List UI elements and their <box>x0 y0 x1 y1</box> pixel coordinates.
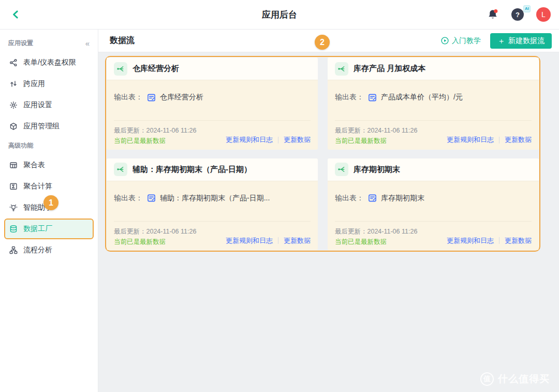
cube-icon <box>9 122 18 130</box>
link-divider <box>278 137 278 143</box>
content-area: 仓库经营分析 输出表： 仓库经营分析 最后更新：2024- <box>98 52 559 392</box>
link-divider <box>499 137 499 143</box>
update-data-link[interactable]: 更新数据 <box>284 236 311 245</box>
last-update-line: 最后更新：2024-11-06 11:26 <box>114 226 196 237</box>
output-label: 输出表： <box>335 93 364 102</box>
output-table-name[interactable]: 产品成本单价（平均）/元 <box>381 93 463 102</box>
back-button[interactable] <box>8 7 24 22</box>
output-table-name[interactable]: 仓库经营分析 <box>160 93 203 102</box>
sidebar-item-label: 应用设置 <box>23 100 52 110</box>
update-data-link[interactable]: 更新数据 <box>505 236 532 245</box>
link-divider <box>278 237 278 244</box>
update-rules-log-link[interactable]: 更新规则和日志 <box>226 236 273 245</box>
sidebar: 应用设置 « 表单/仪表盘权限 跨应用 应用设置 <box>0 30 98 392</box>
card-body: 输出表： 仓库经营分析 最后更新：2024-11-06 11:26 当前已是最新… <box>107 80 318 150</box>
header-actions: 入门教学 ＋ 新建数据流 <box>441 33 552 49</box>
form-table-icon <box>147 93 156 102</box>
output-label: 输出表： <box>114 93 143 102</box>
output-label: 输出表： <box>114 194 143 203</box>
output-table-name[interactable]: 辅助：库存期初期末（产品-日期... <box>160 194 270 203</box>
swap-arrows-icon <box>9 80 18 88</box>
update-data-link[interactable]: 更新数据 <box>284 135 311 144</box>
last-update-time: 2024-11-06 11:26 <box>367 228 418 235</box>
card-title: 辅助：库存期初期末（产品-日期） <box>133 165 252 175</box>
avatar-initial: L <box>541 10 546 19</box>
dataflow-card[interactable]: 仓库经营分析 输出表： 仓库经营分析 最后更新：2024- <box>107 57 318 150</box>
share-icon <box>9 59 18 67</box>
help-button[interactable]: ? AI <box>511 8 524 21</box>
tutorial-link[interactable]: 入门教学 <box>441 36 481 46</box>
sidebar-item-form-dashboard-permissions[interactable]: 表单/仪表盘权限 <box>4 52 94 73</box>
sidebar-item-label: 流程分析 <box>23 245 52 255</box>
last-update-label: 最后更新： <box>335 228 367 235</box>
sidebar-item-app-management-group[interactable]: 应用管理组 <box>4 116 94 137</box>
annotation-step-2: 2 <box>315 35 330 50</box>
output-label: 输出表： <box>335 194 364 203</box>
last-update-time: 2024-11-06 11:26 <box>146 127 197 134</box>
annotation-step-1: 1 <box>43 195 58 210</box>
last-update-line: 最后更新：2024-11-06 11:26 <box>335 125 417 136</box>
tutorial-label: 入门教学 <box>452 36 481 46</box>
sidebar-item-aggregate-table[interactable]: 聚合表 <box>4 155 94 176</box>
output-row: 输出表： 产品成本单价（平均）/元 <box>335 93 532 102</box>
last-update-line: 最后更新：2024-11-06 11:26 <box>114 125 196 136</box>
form-table-icon <box>147 194 156 202</box>
update-rules-log-link[interactable]: 更新规则和日志 <box>226 135 273 144</box>
status-text: 当前已是最新数据 <box>114 136 196 146</box>
sidebar-item-process-analysis[interactable]: 流程分析 <box>4 240 94 260</box>
sidebar-section-advanced: 高级功能 <box>0 137 98 154</box>
output-row: 输出表： 仓库经营分析 <box>114 93 311 102</box>
sidebar-item-app-settings[interactable]: 应用设置 <box>4 95 94 115</box>
topbar: 应用后台 ? AI L <box>0 0 559 30</box>
sidebar-item-aggregate-calc[interactable]: 聚合计算 <box>4 176 94 197</box>
new-dataflow-button[interactable]: ＋ 新建数据流 <box>490 33 552 49</box>
update-rules-log-link[interactable]: 更新规则和日志 <box>447 236 494 245</box>
sidebar-item-cross-app[interactable]: 跨应用 <box>4 74 94 94</box>
last-update-time: 2024-11-06 11:26 <box>367 127 418 134</box>
page-title: 数据流 <box>110 35 135 46</box>
card-body: 输出表： 库存期初期末 最后更新：2024-11-06 11:26 当前已是最新… <box>328 181 539 251</box>
card-footer: 最后更新：2024-11-06 11:26 当前已是最新数据 更新规则和日志 更… <box>335 222 532 247</box>
card-title: 库存期初期末 <box>354 165 400 175</box>
link-divider <box>499 237 499 244</box>
notification-bell-button[interactable] <box>487 8 499 21</box>
card-body: 输出表： 产品成本单价（平均）/元 最后更新：2024-11-06 11:26 … <box>328 80 539 150</box>
dataflow-card[interactable]: 库存产品 月加权成本 输出表： 产品成本单价（平均）/元 <box>328 57 539 150</box>
topbar-actions: ? AI L <box>487 7 551 22</box>
watermark-badge: 值 <box>480 372 494 386</box>
card-links: 更新规则和日志 更新数据 <box>226 236 311 247</box>
sidebar-item-label: 聚合表 <box>23 161 45 170</box>
play-circle-icon <box>441 37 449 45</box>
dataflow-icon <box>114 62 127 76</box>
update-data-link[interactable]: 更新数据 <box>505 135 532 144</box>
card-meta: 最后更新：2024-11-06 11:26 当前已是最新数据 <box>114 226 196 247</box>
dataflow-icon <box>335 163 348 176</box>
dataflow-icon <box>114 163 127 176</box>
sidebar-collapse-icon[interactable]: « <box>85 39 90 47</box>
bell-icon <box>487 8 499 21</box>
sidebar-item-label: 表单/仪表盘权限 <box>23 58 76 67</box>
section-label: 应用设置 <box>8 39 33 48</box>
output-table-name[interactable]: 库存期初期末 <box>381 194 424 203</box>
card-links: 更新规则和日志 更新数据 <box>226 135 311 146</box>
last-update-label: 最后更新： <box>335 127 367 134</box>
plus-icon: ＋ <box>497 37 505 45</box>
sidebar-item-label: 数据工厂 <box>23 224 52 234</box>
output-row: 输出表： 辅助：库存期初期末（产品-日期... <box>114 194 311 203</box>
sidebar-item-data-factory[interactable]: 数据工厂 <box>4 219 94 239</box>
database-icon <box>9 225 18 233</box>
update-rules-log-link[interactable]: 更新规则和日志 <box>447 135 494 144</box>
sidebar-item-label: 聚合计算 <box>23 182 52 191</box>
card-links: 更新规则和日志 更新数据 <box>447 236 532 247</box>
user-avatar[interactable]: L <box>536 7 551 22</box>
sidebar-item-label: 跨应用 <box>23 79 45 89</box>
last-update-time: 2024-11-06 11:26 <box>146 228 197 235</box>
sidebar-section-app-settings: 应用设置 « <box>0 35 98 52</box>
table-grid-icon <box>9 161 18 169</box>
card-footer: 最后更新：2024-11-06 11:26 当前已是最新数据 更新规则和日志 更… <box>335 121 532 146</box>
ai-badge: AI <box>523 5 531 12</box>
card-footer: 最后更新：2024-11-06 11:26 当前已是最新数据 更新规则和日志 更… <box>114 222 311 247</box>
dataflow-card[interactable]: 辅助：库存期初期末（产品-日期） 输出表： 辅助：库存期初期末（产品-日期... <box>107 158 318 251</box>
card-meta: 最后更新：2024-11-06 11:26 当前已是最新数据 <box>114 125 196 146</box>
dataflow-card[interactable]: 库存期初期末 输出表： 库存期初期末 最后更新：2024- <box>328 158 539 251</box>
